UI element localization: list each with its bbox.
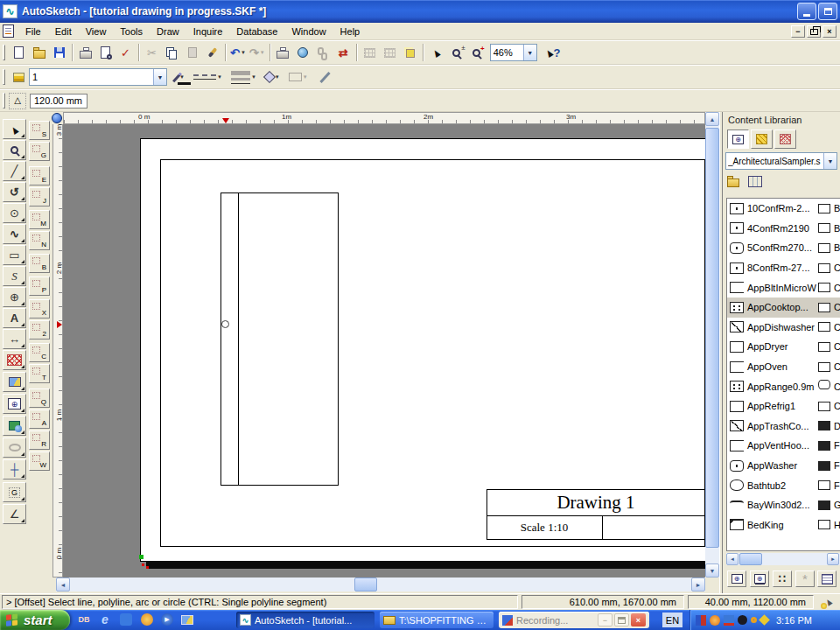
list-scroll-left-button[interactable]: ◄ xyxy=(726,553,738,565)
list-item[interactable]: AppOvenC xyxy=(727,357,840,377)
layers-button[interactable] xyxy=(9,67,29,88)
door-line-entity[interactable] xyxy=(238,193,239,485)
taskbar-task-autosketch[interactable]: ∿ AutoSketch - [tutorial... xyxy=(236,612,374,628)
tray-sync-ring-icon[interactable] xyxy=(751,617,757,623)
3d-view-button[interactable] xyxy=(400,43,420,63)
horizontal-scrollbar[interactable] xyxy=(56,578,705,592)
snap-button-b[interactable]: B xyxy=(29,254,50,273)
tray-chart-icon[interactable] xyxy=(696,615,706,626)
minimize-button[interactable] xyxy=(797,3,816,20)
snap-button-x[interactable]: X xyxy=(29,299,50,318)
snap-button-p[interactable]: P xyxy=(29,276,50,296)
taskbar-task-recording[interactable]: Recording... − × xyxy=(499,612,649,628)
db-app-icon[interactable]: DB xyxy=(77,612,91,626)
polyline-tool-button[interactable]: ∿ xyxy=(3,224,26,244)
dimension-tool-button[interactable]: ↔ xyxy=(3,329,26,349)
recorder-close-button[interactable]: × xyxy=(631,613,646,626)
context-help-button[interactable]: ▲? xyxy=(542,43,563,63)
snap-button-2[interactable]: 2 xyxy=(29,320,50,340)
menu-inquire[interactable]: Inquire xyxy=(186,24,230,39)
menu-view[interactable]: View xyxy=(79,24,114,39)
origin-orb-icon[interactable] xyxy=(52,113,62,123)
zoom-dynamic-button[interactable]: ± xyxy=(446,43,466,63)
publish-web-button[interactable] xyxy=(293,43,313,63)
copy-button[interactable] xyxy=(162,43,182,63)
toolbar-grip[interactable] xyxy=(3,45,5,60)
drawing-canvas[interactable]: Drawing 1 Scale 1:10 xyxy=(63,124,705,578)
vertical-scroll-thumb[interactable] xyxy=(705,128,719,548)
snap-button-m[interactable]: M xyxy=(29,210,50,229)
list-item[interactable]: 10ConfRm-2...B xyxy=(727,199,840,219)
list-item[interactable]: AppTrashCo...D xyxy=(727,416,840,437)
pen-color-button[interactable]: ▼ xyxy=(174,67,186,88)
format-painter-button[interactable] xyxy=(202,43,222,63)
protractor-tool-button[interactable]: ∠ xyxy=(3,504,26,524)
list-horizontal-scrollbar[interactable]: ◄ ► xyxy=(726,553,840,565)
text-tool-button[interactable]: A xyxy=(3,308,26,328)
title-block-line[interactable] xyxy=(602,515,603,540)
grid-snap-button[interactable] xyxy=(360,43,380,63)
list-item[interactable]: AppRefrig1C xyxy=(727,396,840,416)
pictures-icon[interactable] xyxy=(180,612,194,626)
app-icon[interactable]: ∿ xyxy=(3,4,18,18)
symbol-view-button[interactable]: ⊕ xyxy=(727,570,746,587)
image-tool-button[interactable] xyxy=(3,372,26,392)
list-item[interactable]: AppVentHoo...F xyxy=(727,436,840,456)
save-button[interactable] xyxy=(49,43,69,63)
scroll-left-button[interactable]: ◄ xyxy=(56,578,70,592)
cut-button[interactable]: ✂ xyxy=(142,43,162,63)
clock-app-icon[interactable] xyxy=(140,612,154,626)
new-button[interactable] xyxy=(9,43,29,63)
tab-symbols[interactable]: ⊕ xyxy=(727,130,749,149)
taskbar-task-explorer[interactable]: T:\SHOPFITTING DO... xyxy=(380,612,494,628)
title-block-line[interactable] xyxy=(486,515,705,516)
offset-distance-field[interactable]: 120.00 mm xyxy=(30,94,88,108)
paste-button[interactable] xyxy=(182,43,202,63)
offset-delta-button[interactable]: △ xyxy=(9,93,26,109)
tray-dark-circle-icon[interactable] xyxy=(738,615,747,625)
zoom-in-button[interactable]: + xyxy=(466,43,486,63)
zoom-box-tool-button[interactable] xyxy=(3,140,26,160)
door-knob-circle-entity[interactable] xyxy=(221,320,229,328)
redo-button[interactable]: ↷▼ xyxy=(248,43,267,63)
grid-tool-button[interactable]: G xyxy=(3,482,26,502)
list-item-selected[interactable]: AppCooktop...C xyxy=(727,298,840,318)
snap-button-e[interactable]: E xyxy=(29,166,50,186)
report-button[interactable] xyxy=(817,570,836,587)
small-icons-view-button[interactable]: ∷ xyxy=(773,570,792,587)
taskbar-clock[interactable]: 3:16 PM xyxy=(776,615,812,626)
snap-button-c[interactable]: C xyxy=(29,343,50,362)
offset-tool-button[interactable]: ┼ xyxy=(3,459,26,480)
pattern-button[interactable]: ▼ xyxy=(287,67,310,88)
toolbar-grip[interactable] xyxy=(3,93,5,108)
circle-tool-button[interactable]: ⊙ xyxy=(3,203,26,223)
scroll-up-button[interactable]: ▲ xyxy=(705,112,719,126)
toolbar-grip[interactable] xyxy=(3,69,5,85)
arc-tool-button[interactable]: ↺ xyxy=(3,182,26,202)
open-library-button[interactable] xyxy=(727,178,739,187)
menu-window[interactable]: Window xyxy=(284,24,332,39)
list-scroll-right-button[interactable]: ► xyxy=(827,553,839,565)
list-item[interactable]: 8ConfRm-27...C xyxy=(727,258,840,278)
scroll-down-button[interactable]: ▼ xyxy=(705,564,719,578)
snap-button-t[interactable]: T xyxy=(29,364,50,383)
title-block-drawing-name[interactable]: Drawing 1 xyxy=(486,490,705,514)
spline-tool-button[interactable]: S xyxy=(3,266,26,286)
list-item[interactable]: Bathtub2F xyxy=(727,475,840,495)
fill-button[interactable]: ▼ xyxy=(263,67,282,88)
snap-button-s[interactable]: S xyxy=(29,121,50,140)
hatch-tool-button[interactable] xyxy=(3,350,26,370)
layer-combo[interactable]: 1 ▼ xyxy=(29,68,167,86)
library-combo[interactable]: _ArchitecturalSampler.s ▼ xyxy=(725,152,837,170)
list-item[interactable]: AppBltInMicroWC xyxy=(727,277,840,298)
point-tool-button[interactable]: ⊕ xyxy=(3,287,26,307)
print-preview-button[interactable] xyxy=(95,43,116,63)
menu-database[interactable]: Database xyxy=(229,24,284,39)
list-scroll-thumb[interactable] xyxy=(739,553,762,565)
coord-button-r[interactable]: R xyxy=(29,430,50,450)
symbol-tool-button[interactable]: ⊕ xyxy=(3,394,26,414)
measure-tool-button[interactable] xyxy=(3,438,26,458)
document-icon[interactable] xyxy=(3,24,14,38)
pan-button[interactable]: ▲ xyxy=(426,43,446,63)
tray-antivirus-icon[interactable] xyxy=(724,615,734,626)
